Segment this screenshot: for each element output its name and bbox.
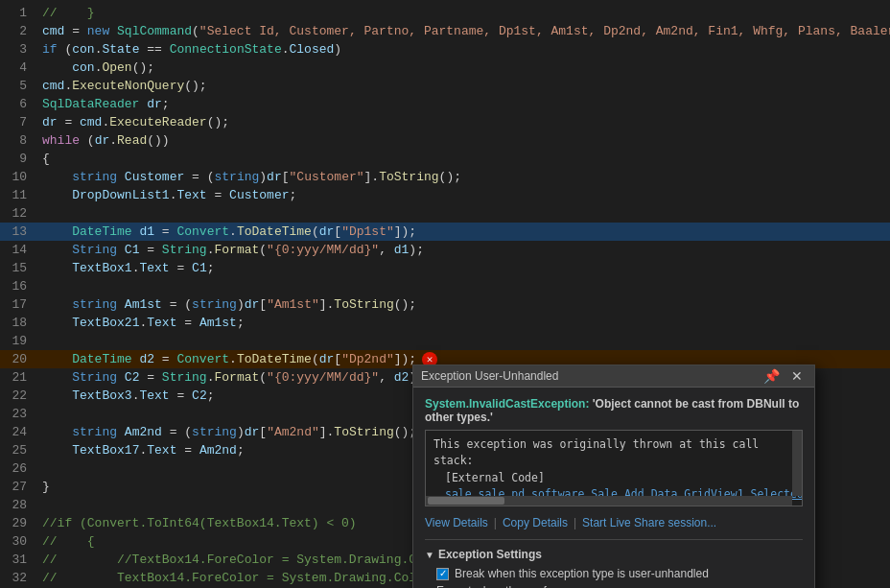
line-number: 14 (0, 241, 38, 259)
line-number: 24 (0, 423, 38, 441)
live-share-link[interactable]: Start Live Share session... (582, 516, 716, 529)
code-line: 7dr = cmd.ExecuteReader(); (0, 113, 890, 131)
line-number: 26 (0, 459, 38, 478)
line-number: 7 (0, 113, 38, 131)
line-number: 20 (0, 350, 38, 368)
settings-title: Exception Settings (438, 548, 542, 561)
break-label: Break when this exception type is user-u… (455, 567, 709, 580)
code-line: 17 string Am1st = (string)dr["Am1st"].To… (0, 295, 890, 314)
pin-button[interactable]: 📌 (760, 369, 784, 383)
line-content: cmd.ExecuteNonQuery(); (38, 77, 890, 95)
code-editor: 1// }2cmd = new SqlCommand("Select Id, C… (0, 0, 890, 588)
code-line: 4 con.Open(); (0, 59, 890, 77)
line-number: 6 (0, 95, 38, 113)
line-content: TextBox1.Text = C1; (38, 259, 890, 277)
line-content (38, 277, 890, 295)
code-line: 18 TextBox21.Text = Am1st; (0, 314, 890, 332)
line-number: 18 (0, 314, 38, 332)
copy-details-link[interactable]: Copy Details (503, 516, 568, 529)
line-number: 11 (0, 186, 38, 204)
exception-type-name: System.InvalidCastException: (425, 397, 589, 411)
code-line: 16 (0, 277, 890, 295)
line-content: dr = cmd.ExecuteReader(); (38, 113, 890, 131)
code-line: 14 String C1 = String.Format("{0:yyy/MM/… (0, 241, 890, 259)
code-line: 12 (0, 204, 890, 223)
popup-title: Exception User-Unhandled (421, 369, 558, 383)
break-checkbox[interactable]: ✓ (436, 568, 449, 580)
line-content: DropDownList1.Text = Customer; (38, 186, 890, 204)
separator-2: | (574, 516, 576, 529)
code-line: 15 TextBox1.Text = C1; (0, 259, 890, 277)
view-details-link[interactable]: View Details (425, 516, 488, 529)
line-number: 12 (0, 204, 38, 223)
line-number: 17 (0, 295, 38, 314)
line-content: if (con.State == ConnectionState.Closed) (38, 40, 890, 59)
line-number: 5 (0, 77, 38, 95)
popup-links: View Details | Copy Details | Start Live… (425, 516, 803, 529)
line-content: string Customer = (string)dr["Customer"]… (38, 168, 890, 186)
code-line: 19 (0, 332, 890, 350)
line-number: 1 (0, 4, 38, 22)
code-line: 3if (con.State == ConnectionState.Closed… (0, 40, 890, 59)
line-number: 10 (0, 168, 38, 186)
line-number: 8 (0, 131, 38, 150)
stack-external: [External Code] (433, 470, 794, 486)
line-number: 23 (0, 405, 38, 423)
code-line: 9{ (0, 150, 890, 168)
line-content: SqlDataReader dr; (38, 95, 890, 113)
code-line: 6SqlDataReader dr; (0, 95, 890, 113)
separator-1: | (494, 516, 497, 529)
line-number: 3 (0, 40, 38, 59)
checkbox-checkmark: ✓ (439, 569, 447, 578)
line-number: 31 (0, 551, 38, 569)
line-content: String C1 = String.Format("{0:yyy/MM/dd}… (38, 241, 890, 259)
vertical-scrollbar[interactable] (792, 431, 802, 496)
horizontal-scrollbar[interactable] (426, 496, 792, 506)
code-line: 10 string Customer = (string)dr["Custome… (0, 168, 890, 186)
scrollbar-thumb (428, 497, 504, 505)
line-content: TextBox21.Text = Am1st; (38, 314, 890, 332)
code-line: 2cmd = new SqlCommand("Select Id, Custom… (0, 22, 890, 40)
settings-item-break: ✓ Break when this exception type is user… (436, 567, 803, 580)
popup-header-icons: 📌 ✕ (760, 369, 807, 383)
line-number: 13 (0, 223, 38, 241)
line-content: while (dr.Read()) (38, 131, 890, 150)
line-number: 16 (0, 277, 38, 295)
code-line: 5cmd.ExecuteNonQuery(); (0, 77, 890, 95)
line-number: 21 (0, 368, 38, 387)
stack-trace-box: This exception was originally thrown at … (425, 430, 803, 506)
line-content: // } (38, 4, 890, 22)
except-when: Except when thrown from: (436, 584, 803, 588)
stack-note: This exception was originally thrown at … (433, 436, 794, 470)
line-number: 30 (0, 532, 38, 551)
popup-header: Exception User-Unhandled 📌 ✕ (413, 365, 814, 388)
line-number: 2 (0, 22, 38, 40)
close-button[interactable]: ✕ (787, 369, 807, 383)
exception-type: System.InvalidCastException: 'Object can… (425, 397, 803, 424)
line-number: 15 (0, 259, 38, 277)
line-content: cmd = new SqlCommand("Select Id, Custome… (38, 22, 890, 40)
line-number: 28 (0, 496, 38, 514)
code-line: 11 DropDownList1.Text = Customer; (0, 186, 890, 204)
line-number: 27 (0, 478, 38, 496)
settings-header[interactable]: ▼ Exception Settings (425, 548, 803, 561)
line-content: { (38, 150, 890, 168)
line-number: 29 (0, 514, 38, 532)
popup-body: System.InvalidCastException: 'Object can… (413, 388, 814, 588)
exception-settings: ▼ Exception Settings ✓ Break when this e… (425, 539, 803, 588)
line-number: 25 (0, 441, 38, 459)
code-line: 13 DateTime d1 = Convert.ToDateTime(dr["… (0, 223, 890, 241)
line-number: 22 (0, 387, 38, 405)
code-line: 1// } (0, 4, 890, 22)
line-number: 32 (0, 569, 38, 587)
exception-popup: Exception User-Unhandled 📌 ✕ System.Inva… (412, 365, 815, 588)
line-number: 9 (0, 150, 38, 168)
code-line: 8while (dr.Read()) (0, 131, 890, 150)
triangle-icon: ▼ (425, 550, 434, 560)
line-content (38, 204, 890, 223)
line-content (38, 332, 890, 350)
line-content: DateTime d1 = Convert.ToDateTime(dr["Dp1… (38, 223, 890, 241)
line-content: con.Open(); (38, 59, 890, 77)
line-number: 19 (0, 332, 38, 350)
line-content: string Am1st = (string)dr["Am1st"].ToStr… (38, 295, 890, 314)
